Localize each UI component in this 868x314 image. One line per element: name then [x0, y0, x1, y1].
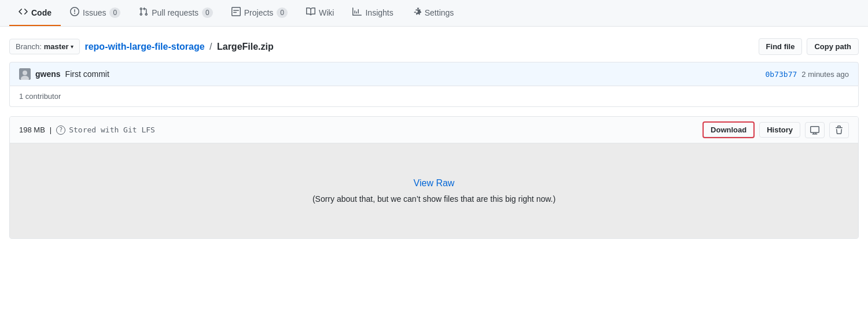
- branch-selector[interactable]: Branch: master ▾: [9, 39, 80, 54]
- pr-badge: 0: [202, 8, 213, 18]
- file-path-right: Find file Copy path: [759, 38, 859, 55]
- tab-issues-label: Issues: [83, 8, 106, 17]
- file-actions: Download History: [703, 121, 849, 138]
- history-button[interactable]: History: [759, 122, 800, 138]
- lfs-label: Stored with Git LFS: [69, 125, 155, 134]
- settings-icon: [412, 7, 421, 18]
- breadcrumb: repo-with-large-file-storage / LargeFile…: [84, 42, 273, 52]
- question-icon[interactable]: ?: [56, 125, 65, 135]
- commit-message: First commit: [65, 69, 109, 79]
- contributor-bar: 1 contributor: [9, 86, 859, 107]
- tab-issues[interactable]: Issues 0: [61, 0, 130, 26]
- avatar: [19, 68, 31, 80]
- file-path-left: Branch: master ▾ repo-with-large-file-st…: [9, 39, 274, 54]
- wiki-icon: [306, 7, 315, 18]
- tab-navigation: Code Issues 0 Pull requests 0 Projects 0: [0, 0, 868, 27]
- tab-projects[interactable]: Projects 0: [222, 0, 297, 26]
- insights-icon: [352, 7, 362, 18]
- file-viewer-header: 198 MB | ? Stored with Git LFS Download …: [10, 117, 858, 143]
- trash-icon: [834, 125, 844, 135]
- tab-settings-label: Settings: [425, 8, 454, 17]
- projects-badge: 0: [277, 8, 288, 18]
- copy-path-button[interactable]: Copy path: [807, 38, 859, 55]
- commit-time: 2 minutes ago: [801, 70, 849, 79]
- commit-sha[interactable]: 0b73b77: [766, 70, 797, 79]
- branch-label: Branch:: [16, 42, 42, 51]
- tab-code-label: Code: [31, 8, 52, 17]
- display-icon: [810, 125, 819, 135]
- display-icon-button[interactable]: [805, 122, 825, 138]
- commit-info-left: gwens First commit: [19, 68, 109, 80]
- file-path-bar: Branch: master ▾ repo-with-large-file-st…: [9, 38, 859, 55]
- commit-info-right: 0b73b77 2 minutes ago: [766, 70, 849, 79]
- file-viewer: 198 MB | ? Stored with Git LFS Download …: [9, 116, 859, 239]
- commit-bar: gwens First commit 0b73b77 2 minutes ago: [9, 62, 859, 86]
- tab-pull-requests[interactable]: Pull requests 0: [130, 0, 222, 26]
- view-raw-link[interactable]: View Raw: [414, 178, 455, 189]
- tab-insights[interactable]: Insights: [343, 0, 402, 26]
- tab-settings[interactable]: Settings: [403, 0, 464, 26]
- tab-wiki[interactable]: Wiki: [297, 0, 343, 26]
- breadcrumb-repo-link[interactable]: repo-with-large-file-storage: [84, 42, 204, 51]
- breadcrumb-file: LargeFile.zip: [217, 42, 274, 51]
- file-size: 198 MB: [19, 125, 45, 134]
- sorry-text: (Sorry about that, but we can’t show fil…: [312, 194, 556, 204]
- tab-projects-label: Projects: [244, 8, 274, 17]
- lfs-badge: ? Stored with Git LFS: [56, 125, 155, 135]
- find-file-button[interactable]: Find file: [759, 38, 803, 55]
- branch-name: master: [44, 42, 69, 51]
- code-icon: [19, 7, 28, 18]
- project-icon: [231, 7, 241, 18]
- file-size-info: 198 MB | ? Stored with Git LFS: [19, 125, 155, 135]
- contributor-count: 1 contributor: [19, 92, 61, 101]
- main-content: Branch: master ▾ repo-with-large-file-st…: [0, 27, 868, 250]
- breadcrumb-separator: /: [209, 42, 212, 51]
- file-info-separator: |: [50, 125, 52, 134]
- commit-author: gwens: [35, 69, 61, 79]
- file-content-area: View Raw (Sorry about that, but we can’t…: [10, 143, 858, 238]
- issue-icon: [70, 7, 79, 18]
- chevron-down-icon: ▾: [71, 43, 73, 50]
- pr-icon: [139, 7, 148, 18]
- tab-code[interactable]: Code: [9, 0, 61, 26]
- tab-insights-label: Insights: [365, 8, 393, 17]
- tab-wiki-label: Wiki: [319, 8, 334, 17]
- tab-pr-label: Pull requests: [152, 8, 198, 17]
- download-button[interactable]: Download: [703, 121, 755, 138]
- issues-badge: 0: [109, 8, 120, 18]
- svg-point-1: [23, 71, 27, 75]
- delete-icon-button[interactable]: [829, 122, 849, 138]
